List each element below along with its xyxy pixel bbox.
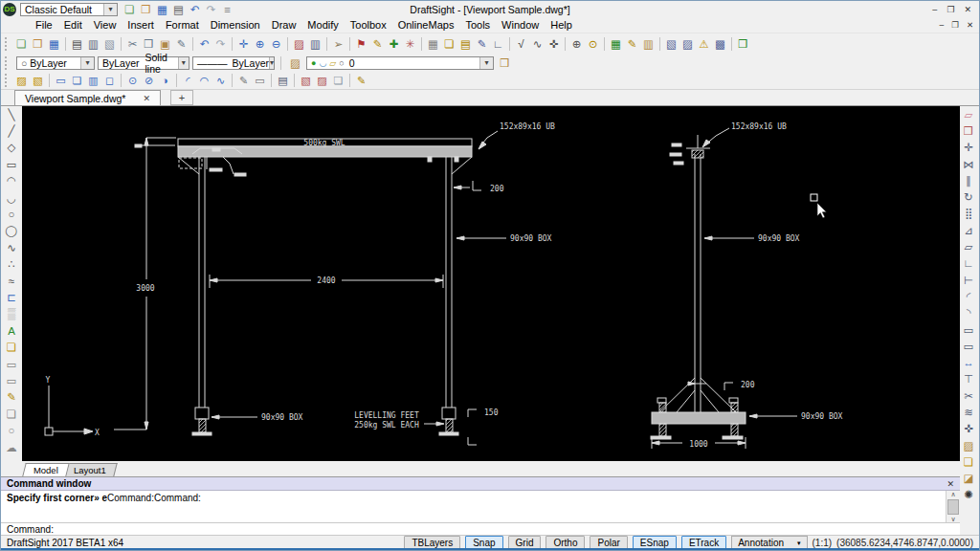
- rectangle-corner-icon[interactable]: ❏: [69, 74, 85, 88]
- menu-window[interactable]: Window: [496, 18, 545, 32]
- restore-button[interactable]: ❐: [947, 5, 954, 14]
- slot-icon[interactable]: ▭: [959, 321, 978, 338]
- arc-icon[interactable]: ◠: [196, 74, 212, 88]
- close-tab-icon[interactable]: ✕: [143, 94, 150, 103]
- open-icon[interactable]: ❐: [138, 1, 154, 17]
- slot-alt-icon[interactable]: ▭: [959, 338, 978, 354]
- edit-block-icon[interactable]: ✎: [369, 35, 386, 52]
- arc-3point-icon[interactable]: ◡: [2, 189, 21, 206]
- simple-note-icon[interactable]: ▭: [2, 356, 21, 372]
- hatch-icon[interactable]: ▒: [2, 306, 21, 322]
- toolbar-grip[interactable]: [5, 56, 11, 70]
- zoom-dynamic-icon[interactable]: ⊕: [252, 35, 268, 52]
- trim-icon[interactable]: ∟: [959, 255, 978, 272]
- zoom-settings-icon[interactable]: ⊙: [585, 35, 601, 52]
- layer-thaw-icon[interactable]: ◡: [319, 58, 326, 68]
- toolbar-options-icon[interactable]: ≡: [219, 1, 235, 17]
- layer-color-icon[interactable]: ○: [339, 58, 344, 68]
- construction-line-icon[interactable]: ╱: [2, 122, 21, 139]
- break-icon[interactable]: ⊤: [959, 371, 978, 387]
- smart-select-icon[interactable]: ➢: [330, 35, 346, 52]
- menu-help[interactable]: Help: [545, 18, 578, 32]
- simple-note-alt-icon[interactable]: ▭: [2, 372, 21, 388]
- explode-icon[interactable]: ✺: [959, 487, 978, 503]
- chamfer-icon[interactable]: ◝: [959, 305, 978, 321]
- redo-icon[interactable]: ↷: [212, 35, 229, 52]
- region-icon[interactable]: ◻: [101, 74, 118, 88]
- make-block-icon[interactable]: ⚑: [353, 35, 369, 52]
- zoom-back-icon[interactable]: ⊖: [268, 35, 284, 52]
- explode-block-icon[interactable]: ✳: [402, 35, 418, 52]
- doc-minimize-button[interactable]: –: [940, 20, 945, 30]
- selection-window-icon[interactable]: ❏: [2, 406, 21, 422]
- undo-icon[interactable]: ↶: [196, 35, 212, 52]
- lengthen-icon[interactable]: ↔: [959, 354, 978, 370]
- menu-format[interactable]: Format: [160, 18, 205, 32]
- command-history-scrollbar[interactable]: ∧ ∨: [946, 491, 960, 523]
- edit-table-icon[interactable]: ✎: [624, 35, 640, 52]
- image-icon[interactable]: ▧: [298, 74, 314, 88]
- edit-annotation-icon[interactable]: ✎: [474, 35, 490, 52]
- edit-hatch-icon[interactable]: ▨: [959, 437, 978, 453]
- menu-tools[interactable]: Tools: [459, 18, 496, 32]
- line-style-select[interactable]: ByLayer Solid line ▾: [98, 56, 189, 70]
- menu-view[interactable]: View: [88, 18, 122, 32]
- weld-icon[interactable]: ≋: [959, 404, 978, 420]
- circle-3point-icon[interactable]: ◑: [157, 74, 173, 88]
- gradient-icon[interactable]: ▧: [30, 74, 46, 88]
- menu-onlinemaps[interactable]: OnlineMaps: [392, 18, 460, 32]
- minimize-button[interactable]: –: [932, 5, 937, 14]
- menu-modify[interactable]: Modify: [301, 18, 344, 32]
- note-icon[interactable]: A: [2, 322, 21, 339]
- field-icon[interactable]: ▭: [252, 74, 268, 88]
- circle-tangent-icon[interactable]: ⊘: [141, 74, 157, 88]
- scrollbar-thumb[interactable]: [947, 499, 959, 515]
- print-icon[interactable]: ▤: [69, 35, 85, 52]
- split-icon[interactable]: ✂: [959, 387, 978, 404]
- image-frame-icon[interactable]: ▨: [314, 74, 330, 88]
- document-tab[interactable]: Viewport Sample.dwg* ✕: [14, 90, 161, 105]
- freehand-icon[interactable]: ≈: [2, 273, 21, 289]
- verify-standards-icon[interactable]: √: [513, 35, 529, 52]
- line-icon[interactable]: ╲: [2, 106, 21, 122]
- rectangle-icon[interactable]: ▭: [53, 74, 69, 88]
- line-color-select[interactable]: ○ ByLayer ▾: [16, 56, 95, 70]
- menu-insert[interactable]: Insert: [122, 18, 160, 32]
- layers-manager-icon[interactable]: ▨: [287, 55, 303, 71]
- print-preview-icon[interactable]: ▧: [101, 35, 118, 52]
- axis-icon[interactable]: ✜: [546, 35, 562, 52]
- match-properties-icon[interactable]: ▨: [291, 35, 307, 52]
- plot-icon[interactable]: ▤: [275, 74, 291, 88]
- layer-select[interactable]: ●◡▱○ 0 ▾: [306, 56, 494, 70]
- print-icon[interactable]: ▤: [170, 1, 187, 17]
- sketch-icon[interactable]: ∿: [212, 74, 229, 88]
- angle-constraint-icon[interactable]: ∟: [490, 35, 506, 52]
- ellipse-icon[interactable]: ◯: [2, 223, 21, 239]
- insert-block-icon[interactable]: ✚: [386, 35, 402, 52]
- attach-image-icon[interactable]: ▧: [663, 35, 679, 52]
- zoom-window-icon[interactable]: ⊕: [568, 35, 585, 52]
- batch-print-icon[interactable]: ▥: [85, 35, 101, 52]
- polygon-icon[interactable]: ◇: [2, 140, 21, 156]
- export-table-icon[interactable]: ▥: [640, 35, 657, 52]
- scale-icon[interactable]: ⊿: [959, 222, 978, 238]
- close-button[interactable]: ✕: [964, 5, 971, 14]
- table-icon[interactable]: ▦: [608, 35, 624, 52]
- copy-to-layer-icon[interactable]: ❏: [959, 453, 978, 470]
- hatch-icon[interactable]: ▨: [13, 74, 30, 88]
- toolbar-grip[interactable]: [5, 74, 11, 87]
- adjust-image-icon[interactable]: ▨: [679, 35, 696, 52]
- move-icon[interactable]: ✛: [959, 140, 978, 156]
- annotation-palette-icon[interactable]: ▤: [457, 35, 474, 52]
- rectangle-column-icon[interactable]: ▥: [85, 74, 101, 88]
- arc-icon[interactable]: ◠: [2, 173, 21, 189]
- pan-icon[interactable]: ✛: [235, 35, 252, 52]
- pattern-icon[interactable]: ⣿: [959, 206, 978, 222]
- save-icon[interactable]: ▦: [154, 1, 170, 17]
- tab-model[interactable]: Model: [22, 463, 69, 476]
- mirror-icon[interactable]: ⋈: [959, 156, 978, 172]
- erase-icon[interactable]: ▱: [959, 106, 978, 122]
- new-icon[interactable]: ❏: [13, 35, 30, 52]
- tab-layout1[interactable]: Layout1: [62, 463, 117, 476]
- menu-edit[interactable]: Edit: [58, 18, 88, 32]
